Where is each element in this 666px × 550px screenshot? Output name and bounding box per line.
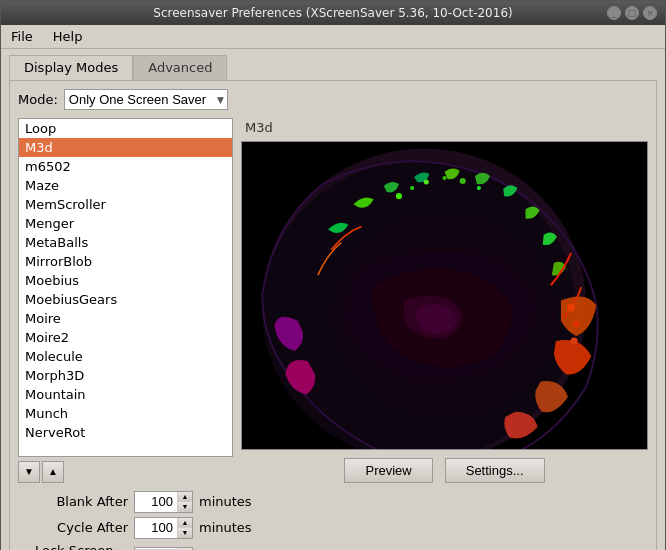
preview-frame: [241, 141, 648, 450]
settings-button[interactable]: Settings...: [445, 458, 545, 483]
cycle-after-spinbox: 100 ▲ ▼: [134, 517, 193, 539]
list-item[interactable]: NerveRot: [19, 423, 232, 442]
lock-screen-label: Lock Screen After: [35, 543, 128, 550]
cycle-after-down[interactable]: ▼: [178, 528, 192, 538]
list-item[interactable]: Moebius: [19, 271, 232, 290]
close-button[interactable]: ×: [643, 6, 657, 20]
svg-point-11: [573, 321, 579, 327]
preview-buttons: Preview Settings...: [241, 458, 648, 483]
mode-row: Mode: Only One Screen Saver Random Scree…: [18, 89, 648, 110]
tab-panel: Mode: Only One Screen Saver Random Scree…: [9, 80, 657, 550]
blank-after-spinbox: 100 ▲ ▼: [134, 491, 193, 513]
menu-file[interactable]: File: [5, 27, 39, 46]
list-item[interactable]: MoebiusGears: [19, 290, 232, 309]
main-window: Screensaver Preferences (XScreenSaver 5.…: [0, 0, 666, 550]
list-item[interactable]: MemScroller: [19, 195, 232, 214]
tab-bar: Display Modes Advanced: [9, 55, 657, 80]
menubar: File Help: [1, 25, 665, 49]
preview-title: M3d: [241, 118, 648, 137]
blank-after-row: Blank After 100 ▲ ▼ minutes: [18, 491, 648, 513]
svg-point-5: [410, 186, 414, 190]
tab-advanced[interactable]: Advanced: [133, 55, 227, 80]
list-item[interactable]: MetaBalls: [19, 233, 232, 252]
menu-help[interactable]: Help: [47, 27, 89, 46]
svg-point-12: [571, 337, 578, 344]
cycle-after-up[interactable]: ▲: [178, 518, 192, 528]
blank-after-up[interactable]: ▲: [178, 492, 192, 502]
list-panel: Loop M3d m6502 Maze MemScroller Menger M…: [18, 118, 233, 483]
svg-point-10: [567, 303, 575, 311]
preview-panel: M3d: [241, 118, 648, 483]
svg-point-9: [477, 186, 481, 190]
mode-select-wrapper: Only One Screen Saver Random Screen Save…: [64, 89, 228, 110]
scroll-up-button[interactable]: ▲: [42, 461, 64, 483]
titlebar: Screensaver Preferences (XScreenSaver 5.…: [1, 1, 665, 25]
cycle-after-input[interactable]: 100: [135, 519, 177, 536]
svg-point-6: [424, 179, 429, 184]
blank-after-label: Blank After: [18, 494, 128, 509]
list-item-m3d[interactable]: M3d: [19, 138, 232, 157]
preview-button[interactable]: Preview: [344, 458, 432, 483]
list-item[interactable]: Mountain: [19, 385, 232, 404]
cycle-after-row: Cycle After 100 ▲ ▼ minutes: [18, 517, 648, 539]
list-item[interactable]: MirrorBlob: [19, 252, 232, 271]
list-item[interactable]: Morph3D: [19, 366, 232, 385]
blank-after-arrows: ▲ ▼: [177, 492, 192, 512]
maximize-button[interactable]: □: [625, 6, 639, 20]
list-item[interactable]: Loop: [19, 119, 232, 138]
tab-display-modes[interactable]: Display Modes: [9, 55, 133, 80]
list-arrows: ▼ ▲: [18, 461, 233, 483]
scroll-down-button[interactable]: ▼: [18, 461, 40, 483]
window-title: Screensaver Preferences (XScreenSaver 5.…: [59, 6, 607, 20]
cycle-after-unit: minutes: [199, 520, 252, 535]
svg-point-8: [460, 178, 466, 184]
mode-label: Mode:: [18, 92, 58, 107]
list-item[interactable]: Molecule: [19, 347, 232, 366]
cycle-after-arrows: ▲ ▼: [177, 518, 192, 538]
list-item[interactable]: Maze: [19, 176, 232, 195]
minimize-button[interactable]: _: [607, 6, 621, 20]
list-item[interactable]: Moire2: [19, 328, 232, 347]
svg-point-7: [442, 176, 446, 180]
titlebar-buttons: _ □ ×: [607, 6, 657, 20]
list-item[interactable]: Moire: [19, 309, 232, 328]
lock-screen-row: Lock Screen After ▲ ▼ minutes: [18, 543, 648, 550]
main-area: Loop M3d m6502 Maze MemScroller Menger M…: [18, 118, 648, 483]
mode-select[interactable]: Only One Screen Saver Random Screen Save…: [64, 89, 228, 110]
svg-point-4: [396, 193, 402, 199]
list-item[interactable]: Munch: [19, 404, 232, 423]
list-item[interactable]: Menger: [19, 214, 232, 233]
cycle-after-label: Cycle After: [18, 520, 128, 535]
blank-after-unit: minutes: [199, 494, 252, 509]
screensaver-list[interactable]: Loop M3d m6502 Maze MemScroller Menger M…: [18, 118, 233, 457]
blank-after-down[interactable]: ▼: [178, 502, 192, 512]
list-item[interactable]: m6502: [19, 157, 232, 176]
blank-after-input[interactable]: 100: [135, 493, 177, 510]
bottom-controls: Blank After 100 ▲ ▼ minutes Cycle After …: [18, 491, 648, 550]
content-area: Display Modes Advanced Mode: Only One Sc…: [1, 49, 665, 550]
